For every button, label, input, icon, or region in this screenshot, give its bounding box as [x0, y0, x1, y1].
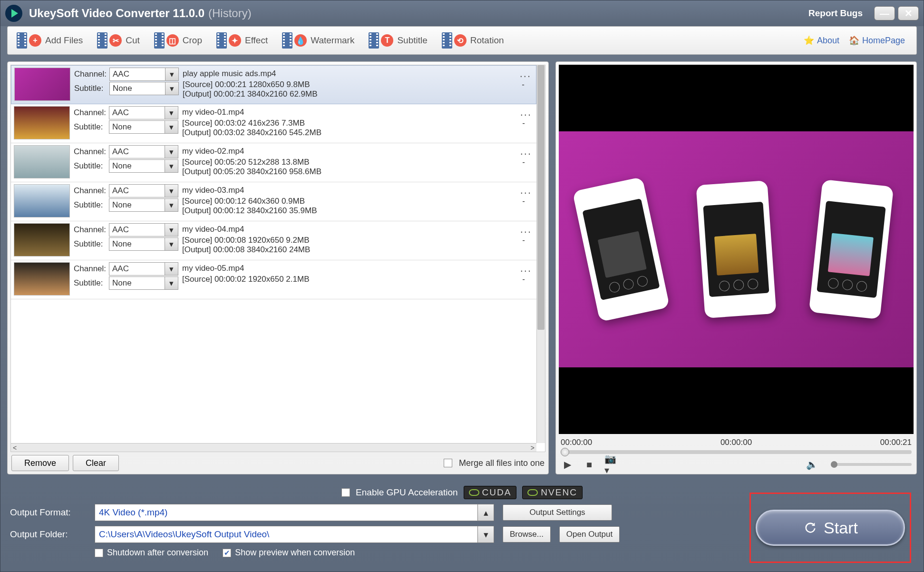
clear-button[interactable]: Clear [73, 455, 119, 471]
file-menu-button[interactable]: ... [520, 145, 532, 158]
chevron-down-icon[interactable]: ▾ [165, 82, 178, 95]
toolbar: +Add Files ✂Cut ◫Crop ✦Effect 💧Watermark… [7, 26, 917, 55]
channel-dropdown[interactable]: AAC▾ [109, 106, 178, 119]
crop-button[interactable]: ◫Crop [147, 28, 209, 53]
channel-label: Channel: [74, 225, 107, 235]
channel-dropdown[interactable]: AAC▾ [109, 223, 178, 237]
file-row[interactable]: Channel:AAC▾Subtitle:None▾my video-04.mp… [11, 221, 536, 260]
chevron-down-icon[interactable]: ▾ [165, 224, 178, 236]
chevron-down-icon[interactable]: ▾ [165, 185, 178, 197]
film-icon [369, 32, 379, 49]
channel-dropdown[interactable]: AAC▾ [109, 145, 178, 158]
file-row[interactable]: Channel:AAC▾Subtitle:None▾my video-03.mp… [11, 182, 536, 221]
file-menu-button[interactable]: ... [520, 184, 532, 197]
file-row[interactable]: Channel:AAC▾Subtitle:None▾play apple mus… [11, 65, 536, 104]
film-icon [442, 32, 452, 49]
open-output-button[interactable]: Open Output [559, 526, 620, 542]
subtitle-dropdown[interactable]: None▾ [109, 120, 178, 134]
chevron-down-icon[interactable]: ▾ [165, 107, 178, 119]
file-thumbnail [14, 145, 70, 178]
chevron-down-icon[interactable]: ▾ [165, 238, 178, 250]
scroll-right-icon[interactable]: > [531, 444, 535, 452]
seek-knob[interactable] [561, 448, 569, 456]
file-row[interactable]: Channel:AAC▾Subtitle:None▾my video-05.mp… [11, 260, 536, 299]
text-icon: T [381, 34, 393, 47]
output-settings-button[interactable]: Output Settings [503, 504, 612, 521]
rotation-button[interactable]: ⟲Rotation [435, 28, 511, 53]
remove-button[interactable]: Remove [11, 455, 69, 471]
watermark-button[interactable]: 💧Watermark [275, 28, 361, 53]
chevron-up-icon[interactable]: ▴ [477, 504, 494, 521]
volume-slider[interactable] [831, 463, 912, 466]
chevron-down-icon[interactable]: ▾ [165, 146, 178, 158]
output-format-combo[interactable]: 4K Video (*.mp4)▴ [95, 504, 494, 521]
report-bugs-link[interactable]: Report Bugs [808, 8, 863, 19]
file-menu-button[interactable]: ... [520, 223, 532, 236]
preview-checkbox[interactable]: ✔ [223, 549, 231, 557]
history-link[interactable]: (History) [208, 7, 252, 20]
file-row[interactable]: Channel:AAC▾Subtitle:None▾my video-01.mp… [11, 104, 536, 143]
subtitle-button[interactable]: TSubtitle [361, 28, 434, 53]
scroll-left-icon[interactable]: < [13, 444, 17, 452]
file-details: play apple music ads.mp4...[Source] 00:0… [179, 68, 533, 99]
chevron-down-icon[interactable]: ▾ [165, 199, 178, 211]
file-thumbnail [14, 68, 70, 101]
chevron-down-icon[interactable]: ▾ [165, 121, 178, 133]
shutdown-checkbox[interactable] [95, 549, 103, 557]
seek-bar[interactable] [561, 450, 912, 454]
bottom-panel: Enable GPU Acceleration CUDA NVENC Outpu… [0, 481, 924, 572]
scrollbar-thumb[interactable] [537, 65, 545, 330]
chevron-down-icon[interactable]: ▾ [165, 68, 178, 80]
chevron-down-icon[interactable]: ▾ [165, 263, 178, 275]
start-highlight: Start [749, 493, 911, 563]
video-preview[interactable] [559, 65, 914, 434]
output-folder-combo[interactable]: C:\Users\A\Videos\UkeySoft Output Video\… [95, 526, 494, 543]
cut-button[interactable]: ✂Cut [90, 28, 147, 53]
chevron-down-icon[interactable]: ▾ [477, 526, 494, 542]
homepage-link[interactable]: 🏠HomePage [849, 35, 905, 46]
file-menu-button[interactable]: ... [520, 262, 532, 275]
start-button[interactable]: Start [756, 510, 905, 546]
file-menu-button[interactable]: ... [520, 68, 531, 80]
file-name: my video-01.mp4 [182, 108, 244, 117]
output-info: [Output] 00:00:12 3840x2160 35.9MB [182, 206, 317, 216]
close-button[interactable]: ✕ [898, 6, 919, 20]
minimize-button[interactable]: — [874, 6, 895, 20]
source-dash: - [522, 118, 525, 128]
file-list-footer: Remove Clear Merge all files into one [10, 452, 545, 471]
subtitle-dropdown[interactable]: None▾ [109, 237, 178, 251]
browse-button[interactable]: Browse... [503, 526, 551, 542]
add-files-button[interactable]: +Add Files [10, 28, 90, 53]
subtitle-dropdown[interactable]: None▾ [109, 82, 179, 95]
output-info: [Output] 00:05:20 3840x2160 958.6MB [182, 167, 321, 177]
subtitle-dropdown[interactable]: None▾ [109, 198, 178, 212]
snapshot-button[interactable]: 📷▾ [604, 459, 618, 470]
file-menu-button[interactable]: ... [520, 106, 532, 118]
gpu-checkbox[interactable] [341, 488, 350, 497]
source-dash: - [522, 158, 525, 167]
output-format-label: Output Format: [10, 507, 86, 518]
chevron-down-icon[interactable]: ▾ [165, 277, 178, 289]
effect-button[interactable]: ✦Effect [209, 28, 275, 53]
play-button[interactable]: ▶ [561, 459, 574, 470]
playback-controls: ▶ ■ 📷▾ 🔈 [559, 458, 914, 471]
channel-dropdown[interactable]: AAC▾ [109, 68, 179, 81]
horizontal-scrollbar[interactable]: <> [11, 443, 536, 452]
nvenc-badge: NVENC [522, 486, 583, 499]
nvidia-eye-icon [527, 489, 538, 496]
volume-icon[interactable]: 🔈 [805, 459, 818, 470]
subtitle-dropdown[interactable]: None▾ [109, 276, 178, 290]
subtitle-dropdown[interactable]: None▾ [109, 159, 178, 173]
file-thumbnail [14, 184, 70, 217]
file-row[interactable]: Channel:AAC▾Subtitle:None▾my video-02.mp… [11, 143, 536, 182]
about-link[interactable]: ⭐About [804, 35, 839, 46]
channel-dropdown[interactable]: AAC▾ [109, 262, 178, 276]
film-icon [97, 32, 107, 49]
file-details: my video-03.mp4...[Source] 00:00:12 640x… [178, 184, 534, 216]
merge-checkbox[interactable] [444, 459, 452, 467]
stop-button[interactable]: ■ [583, 459, 596, 470]
channel-dropdown[interactable]: AAC▾ [109, 184, 178, 197]
vertical-scrollbar[interactable] [536, 65, 545, 443]
chevron-down-icon[interactable]: ▾ [165, 160, 178, 172]
output-info: [Output] 00:00:21 3840x2160 62.9MB [183, 89, 318, 99]
